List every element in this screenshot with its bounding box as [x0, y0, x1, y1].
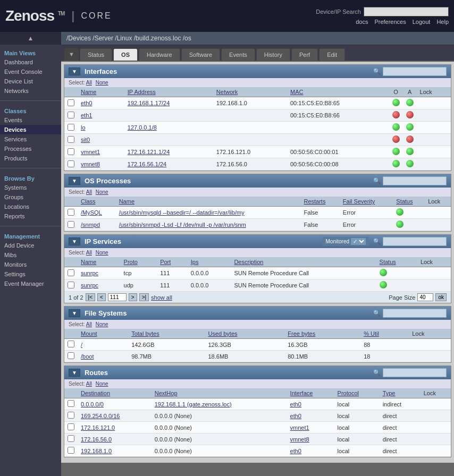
row-checkbox[interactable]: [68, 435, 74, 442]
tab-hardware[interactable]: Hardware: [139, 48, 180, 61]
row-checkbox[interactable]: [68, 221, 74, 228]
last-page-btn[interactable]: >|: [139, 293, 149, 301]
sidebar-item-dashboard[interactable]: Dashboard: [0, 57, 61, 67]
interfaces-select-all[interactable]: All: [86, 80, 92, 86]
route-iface-5[interactable]: eth0: [290, 448, 301, 454]
row-checkbox[interactable]: [68, 341, 74, 347]
route-iface-3[interactable]: vmnet1: [290, 424, 309, 431]
next-page-btn[interactable]: >: [129, 293, 137, 301]
routes-toggle-btn[interactable]: ▼: [69, 369, 80, 377]
ip-services-select-none[interactable]: None: [96, 250, 108, 256]
tab-os[interactable]: OS: [113, 48, 138, 61]
route-iface-2[interactable]: eth0: [290, 413, 301, 419]
ip-services-toggle-btn[interactable]: ▼: [69, 237, 80, 245]
search-input[interactable]: [364, 7, 449, 16]
interface-ip-lo[interactable]: 127.0.0.1/8: [128, 124, 157, 131]
route-dest-3[interactable]: 172.16.121.0: [81, 424, 115, 431]
docs-link[interactable]: docs: [356, 19, 368, 25]
route-dest-4[interactable]: 172.16.56.0: [81, 436, 112, 443]
interfaces-toggle-btn[interactable]: ▼: [69, 67, 80, 75]
tab-history[interactable]: History: [256, 48, 290, 61]
tab-perf[interactable]: Perf: [291, 48, 318, 61]
help-link[interactable]: Help: [436, 19, 449, 25]
sidebar-item-event-console[interactable]: Event Console: [0, 67, 61, 76]
process-name-mysql[interactable]: /usr/sbin/mysqld --basedir=/ --datadir=/…: [119, 209, 245, 216]
interface-name-sit0[interactable]: sit0: [81, 137, 90, 143]
tab-software[interactable]: Software: [181, 48, 220, 61]
ip-services-select-all[interactable]: All: [86, 250, 92, 256]
route-iface-4[interactable]: vmnet8: [290, 436, 309, 443]
row-checkbox[interactable]: [68, 160, 74, 167]
file-systems-search-input[interactable]: [383, 309, 447, 318]
interface-name-eth0[interactable]: eth0: [81, 100, 92, 106]
row-checkbox[interactable]: [68, 423, 74, 430]
os-processes-search-input[interactable]: [383, 176, 447, 185]
sidebar-item-products[interactable]: Products: [0, 154, 61, 163]
route-dest-1[interactable]: 0.0.0.0/0: [81, 401, 104, 407]
sidebar-item-networks[interactable]: Networks: [0, 86, 61, 96]
route-dest-5[interactable]: 192.168.1.0: [81, 448, 112, 454]
row-checkbox[interactable]: [68, 136, 74, 143]
sidebar-item-processes[interactable]: Processes: [0, 144, 61, 154]
os-processes-select-none[interactable]: None: [96, 189, 108, 195]
route-nexthop-1[interactable]: 192.168.1.1 (gate.zenoss.loc): [155, 401, 232, 407]
logout-link[interactable]: Logout: [413, 19, 431, 25]
tab-status[interactable]: Status: [80, 48, 112, 61]
process-class-mysql[interactable]: /MySQL: [81, 209, 102, 216]
file-systems-toggle-btn[interactable]: ▼: [69, 309, 80, 317]
row-checkbox[interactable]: [68, 412, 74, 419]
route-dest-2[interactable]: 169.254.0.0/16: [81, 413, 120, 419]
page-size-ok-btn[interactable]: ok: [435, 293, 447, 301]
tab-events[interactable]: Events: [221, 48, 255, 61]
interface-name-eth1[interactable]: eth1: [81, 112, 92, 118]
sidebar-item-settings[interactable]: Settings: [0, 269, 61, 279]
fs-mount-root[interactable]: /: [81, 342, 82, 348]
process-name-snmpd[interactable]: /usr/sbin/snmpd -Lsd -Lf /dev/null -p /v…: [119, 222, 246, 228]
routes-select-none[interactable]: None: [96, 381, 108, 387]
sidebar-item-add-device[interactable]: Add Device: [0, 241, 61, 250]
monitored-select[interactable]: ✓: [351, 238, 366, 245]
sidebar-item-device-list[interactable]: Device List: [0, 76, 61, 86]
page-input[interactable]: [108, 293, 127, 301]
sidebar-item-events[interactable]: Events: [0, 115, 61, 125]
sidebar-item-systems[interactable]: Systems: [0, 183, 61, 192]
os-processes-toggle-btn[interactable]: ▼: [69, 177, 80, 185]
row-checkbox[interactable]: [68, 209, 74, 216]
row-checkbox[interactable]: [68, 352, 74, 359]
os-processes-select-all[interactable]: All: [86, 189, 92, 195]
interfaces-select-none[interactable]: None: [96, 80, 108, 86]
row-checkbox[interactable]: [68, 447, 74, 454]
route-iface-1[interactable]: eth0: [290, 401, 301, 407]
sidebar-item-monitors[interactable]: Monitors: [0, 260, 61, 269]
row-checkbox[interactable]: [68, 269, 74, 276]
interface-name-vmnet1[interactable]: vmnet1: [81, 149, 100, 155]
ips-name-sunrpc-tcp[interactable]: sunrpc: [81, 270, 98, 276]
interface-ip-eth0[interactable]: 192.168.1.17/24: [128, 100, 170, 106]
sidebar-item-services[interactable]: Services: [0, 134, 61, 144]
sidebar-collapse-btn[interactable]: ▲: [0, 32, 61, 45]
interface-name-lo[interactable]: lo: [81, 124, 86, 131]
tab-arrow[interactable]: ▼: [64, 48, 79, 61]
prev-page-btn[interactable]: <: [97, 293, 106, 301]
ip-services-search-input[interactable]: [383, 237, 447, 246]
tab-edit[interactable]: Edit: [319, 48, 345, 61]
sidebar-item-mibs[interactable]: Mibs: [0, 250, 61, 260]
interface-ip-vmnet8[interactable]: 172.16.56.1/24: [128, 161, 166, 167]
row-checkbox[interactable]: [68, 99, 74, 106]
sidebar-item-locations[interactable]: Locations: [0, 202, 61, 211]
sidebar-item-devices[interactable]: Devices: [0, 125, 61, 134]
interface-name-vmnet8[interactable]: vmnet8: [81, 161, 100, 167]
sidebar-item-groups[interactable]: Groups: [0, 192, 61, 202]
sidebar-item-event-manager[interactable]: Event Manager: [0, 279, 61, 288]
routes-select-all[interactable]: All: [86, 381, 92, 387]
row-checkbox[interactable]: [68, 112, 74, 118]
row-checkbox[interactable]: [68, 124, 74, 131]
file-systems-select-none[interactable]: None: [96, 321, 108, 327]
ips-name-sunrpc-udp[interactable]: sunrpc: [81, 282, 98, 288]
interface-ip-vmnet1[interactable]: 172.16.121.1/24: [128, 149, 170, 155]
page-size-input[interactable]: [417, 293, 433, 301]
row-checkbox[interactable]: [68, 400, 74, 407]
process-class-snmpd[interactable]: /snmpd: [81, 222, 100, 228]
interfaces-search-input[interactable]: [383, 67, 447, 76]
fs-mount-boot[interactable]: /boot: [81, 353, 94, 360]
